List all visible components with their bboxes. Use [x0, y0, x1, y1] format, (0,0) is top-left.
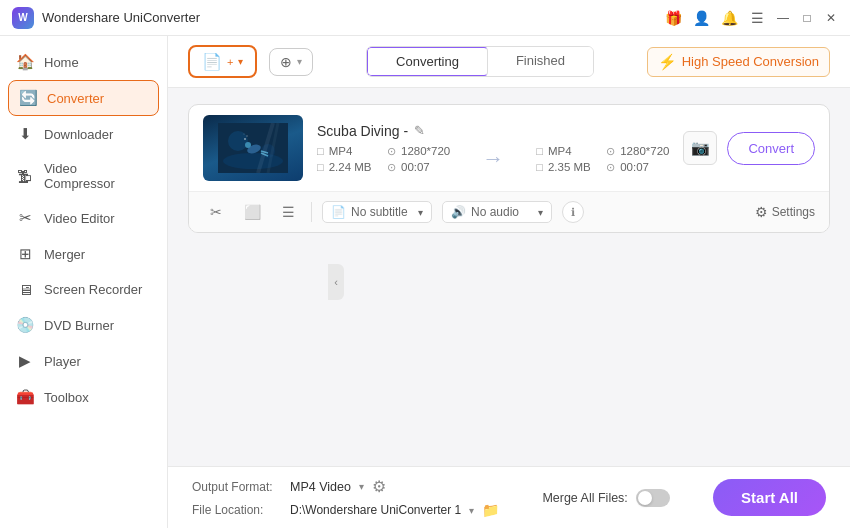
- subtitle-select[interactable]: 📄 No subtitle ▾: [322, 201, 432, 223]
- bottom-bar: Output Format: MP4 Video ▾ ⚙ File Locati…: [168, 466, 850, 528]
- action-area: 📷 Convert: [683, 131, 815, 165]
- screen-recorder-icon: 🖥: [16, 281, 34, 298]
- tab-finished[interactable]: Finished: [488, 47, 593, 76]
- sidebar-item-screen-recorder[interactable]: 🖥 Screen Recorder: [0, 272, 167, 307]
- input-resolution-row: ⊙ 1280*720: [387, 145, 450, 158]
- title-bar: W Wondershare UniConverter 🎁 👤 🔔 ☰ — □ ✕: [0, 0, 850, 36]
- toolbar: 📄 + ▾ ⊕ ▾ Converting Finished ⚡ High Spe…: [168, 36, 850, 88]
- edit-title-icon[interactable]: ✎: [414, 123, 425, 138]
- file-name: Scuba Diving -: [317, 123, 408, 139]
- info-button[interactable]: ℹ: [562, 201, 584, 223]
- input-resolution: 1280*720: [401, 145, 450, 157]
- location-arrow-icon[interactable]: ▾: [469, 505, 474, 516]
- lightning-icon: ⚡: [658, 53, 677, 71]
- video-thumbnail: [203, 115, 303, 181]
- close-button[interactable]: ✕: [824, 11, 838, 25]
- cut-tool[interactable]: ✂: [203, 199, 229, 225]
- settings-button[interactable]: ⚙ Settings: [755, 204, 815, 220]
- sidebar-label-toolbox: Toolbox: [44, 390, 89, 405]
- file-info-left: Scuba Diving - ✎ □ MP4: [317, 123, 669, 174]
- output-format-row: Output Format: MP4 Video ▾ ⚙: [192, 477, 499, 496]
- copy-tool[interactable]: ⬜: [239, 199, 265, 225]
- input-meta: □ MP4 ⊙ 1280*720 □ 2.24: [317, 145, 450, 174]
- settings-label: Settings: [772, 205, 815, 219]
- sidebar-item-merger[interactable]: ⊞ Merger: [0, 236, 167, 272]
- audio-select[interactable]: 🔊 No audio ▾: [442, 201, 552, 223]
- file-card-bottom: ✂ ⬜ ☰ 📄 No subtitle ▾ 🔊 No audio ▾: [189, 192, 829, 232]
- menu-icon[interactable]: ☰: [748, 9, 766, 27]
- convert-button[interactable]: Convert: [727, 132, 815, 165]
- tab-group: Converting Finished: [366, 46, 594, 77]
- sidebar-label-merger: Merger: [44, 247, 85, 262]
- clip-button[interactable]: ⊕ ▾: [269, 48, 313, 76]
- audio-icon: 🔊: [451, 205, 466, 219]
- sidebar-label-player: Player: [44, 354, 81, 369]
- subtitle-chevron: ▾: [418, 207, 423, 218]
- app-title: Wondershare UniConverter: [42, 10, 200, 25]
- sidebar-label-downloader: Downloader: [44, 127, 113, 142]
- title-bar-left: W Wondershare UniConverter: [12, 7, 200, 29]
- toolbar-left: 📄 + ▾ ⊕ ▾: [188, 45, 313, 78]
- sidebar-item-toolbox[interactable]: 🧰 Toolbox: [0, 379, 167, 415]
- sidebar-item-home[interactable]: 🏠 Home: [0, 44, 167, 80]
- tools-divider: [311, 202, 312, 222]
- gear-icon: ⚙: [755, 204, 768, 220]
- add-files-label: +: [227, 56, 233, 68]
- clip-icon: ⊕: [280, 54, 292, 70]
- tab-converting[interactable]: Converting: [367, 47, 488, 76]
- format-arrow-icon[interactable]: ▾: [359, 481, 364, 492]
- subtitle-icon: 📄: [331, 205, 346, 219]
- svg-point-2: [228, 131, 248, 151]
- sidebar-collapse-button[interactable]: ‹: [328, 264, 344, 300]
- sidebar-item-video-compressor[interactable]: 🗜 Video Compressor: [0, 152, 167, 200]
- add-files-button[interactable]: 📄 + ▾: [188, 45, 257, 78]
- high-speed-button[interactable]: ⚡ High Speed Conversion: [647, 47, 830, 77]
- input-duration-row: ⊙ 00:07: [387, 161, 450, 174]
- main-layout: 🏠 Home 🔄 Converter ⬇ Downloader 🗜 Video …: [0, 36, 850, 528]
- input-format: MP4: [329, 145, 353, 157]
- file-card: Scuba Diving - ✎ □ MP4: [188, 104, 830, 233]
- duration-icon-input: ⊙: [387, 161, 396, 174]
- sidebar-label-screen-recorder: Screen Recorder: [44, 282, 142, 297]
- converter-icon: 🔄: [19, 89, 37, 107]
- file-location-value: D:\Wondershare UniConverter 1: [290, 503, 461, 517]
- duration-icon-output: ⊙: [606, 161, 615, 174]
- minimize-button[interactable]: —: [776, 11, 790, 25]
- sidebar: 🏠 Home 🔄 Converter ⬇ Downloader 🗜 Video …: [0, 36, 168, 528]
- sidebar-item-downloader[interactable]: ⬇ Downloader: [0, 116, 167, 152]
- merge-area: Merge All Files:: [542, 489, 669, 507]
- sidebar-label-editor: Video Editor: [44, 211, 115, 226]
- sidebar-item-converter[interactable]: 🔄 Converter: [8, 80, 159, 116]
- output-format-label: Output Format:: [192, 480, 282, 494]
- sidebar-label-converter: Converter: [47, 91, 104, 106]
- sidebar-item-video-editor[interactable]: ✂ Video Editor: [0, 200, 167, 236]
- sidebar-label-home: Home: [44, 55, 79, 70]
- folder-icon[interactable]: 📁: [482, 502, 499, 518]
- file-area: Scuba Diving - ✎ □ MP4: [168, 88, 850, 466]
- resolution-icon-output: ⊙: [606, 145, 615, 158]
- output-duration: 00:07: [620, 161, 649, 173]
- sidebar-item-player[interactable]: ▶ Player: [0, 343, 167, 379]
- gift-icon[interactable]: 🎁: [664, 9, 682, 27]
- merge-toggle[interactable]: [636, 489, 670, 507]
- dvd-icon: 💿: [16, 316, 34, 334]
- start-all-button[interactable]: Start All: [713, 479, 826, 516]
- compressor-icon: 🗜: [16, 168, 34, 185]
- sidebar-item-dvd-burner[interactable]: 💿 DVD Burner: [0, 307, 167, 343]
- maximize-button[interactable]: □: [800, 11, 814, 25]
- input-size-row: □ 2.24 MB: [317, 161, 375, 174]
- file-card-top: Scuba Diving - ✎ □ MP4: [189, 105, 829, 192]
- format-settings-icon[interactable]: ⚙: [372, 477, 386, 496]
- toolbox-icon: 🧰: [16, 388, 34, 406]
- svg-point-10: [246, 135, 247, 136]
- bell-icon[interactable]: 🔔: [720, 9, 738, 27]
- list-tool[interactable]: ☰: [275, 199, 301, 225]
- player-icon: ▶: [16, 352, 34, 370]
- merge-label: Merge All Files:: [542, 491, 627, 505]
- screencap-button[interactable]: 📷: [683, 131, 717, 165]
- downloader-icon: ⬇: [16, 125, 34, 143]
- input-format-row: □ MP4: [317, 145, 375, 158]
- user-icon[interactable]: 👤: [692, 9, 710, 27]
- output-format-row: □ MP4: [536, 145, 594, 158]
- output-duration-row: ⊙ 00:07: [606, 161, 669, 174]
